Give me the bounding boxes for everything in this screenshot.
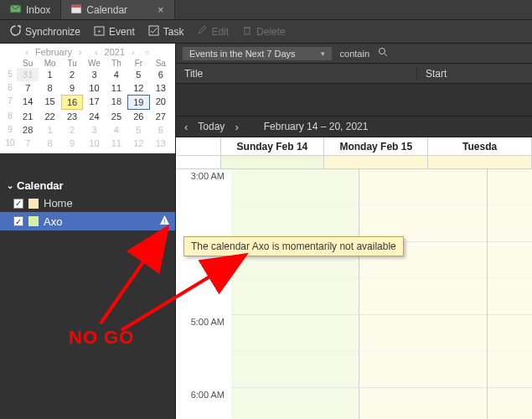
new-event-button[interactable]: + Event [89,23,140,41]
hour-cell[interactable] [231,388,359,419]
mini-cal-day[interactable]: 2 [61,123,83,137]
mini-cal-day[interactable]: 1 [39,68,60,81]
mini-cal-day[interactable]: 15 [39,95,60,110]
mini-cal-day[interactable]: 6 [150,68,172,81]
mini-cal-day[interactable]: 8 [39,137,60,150]
allday-cell[interactable] [221,156,325,168]
mini-cal-day[interactable]: 22 [39,110,60,123]
range-combo[interactable]: Events in the Next 7 Days ▾ [183,47,332,60]
mini-cal-day[interactable]: 16 [61,95,83,110]
mini-cal-day[interactable]: 28 [17,123,39,137]
hour-cell[interactable] [488,315,532,388]
hour-cell[interactable] [231,315,359,388]
calendar-item-axo[interactable]: ✓ Axo ! [0,212,175,230]
mini-cal-day[interactable]: 13 [150,137,172,150]
mini-cal-day[interactable]: 31 [17,68,39,81]
mini-cal-day[interactable]: 9 [61,137,83,150]
mini-cal-day[interactable]: 14 [17,95,39,110]
toolbar: Synchronize + Event Task Edit Delete [0,20,532,44]
hour-label: 3:00 AM [176,169,231,242]
mini-calendar[interactable]: ‹ February › ‹ 2021 › ○ SuMoTuWeThFrSa 5… [0,44,175,153]
column-start[interactable]: Start [417,68,532,80]
close-icon[interactable]: × [158,3,164,16]
prev-month-icon[interactable]: ‹ [23,48,31,57]
mini-cal-day[interactable]: 11 [106,137,127,150]
calendar-item-home[interactable]: ✓ Home [0,194,175,212]
hour-cell[interactable] [359,169,488,242]
mini-cal-day[interactable]: 4 [106,68,127,81]
mini-cal-day[interactable]: 4 [106,123,127,137]
next-month-icon[interactable]: › [76,48,84,57]
new-task-button[interactable]: Task [143,23,189,41]
prev-week-icon[interactable]: ‹ [184,121,188,133]
mini-cal-today-icon[interactable]: ○ [142,48,152,57]
week-grid: Sunday Feb 14 Monday Feb 15 Tuesda 3:00 … [176,137,532,419]
allday-cell[interactable] [428,156,532,168]
hour-cell[interactable] [359,388,488,419]
mini-cal-day[interactable]: 19 [127,95,149,110]
mini-cal-day[interactable]: 24 [83,110,105,123]
day-column-sun[interactable] [231,169,359,419]
mini-cal-day[interactable]: 1 [39,123,60,137]
tab-calendar[interactable]: Calendar × [61,0,174,19]
mini-cal-day[interactable]: 3 [83,123,105,137]
next-week-icon[interactable]: › [235,121,238,133]
mini-cal-day[interactable]: 27 [150,110,172,123]
mini-cal-day[interactable]: 10 [83,137,105,150]
mini-cal-day[interactable]: 23 [61,110,83,123]
mini-cal-day[interactable]: 5 [127,123,149,137]
calendar-item-label: Home [44,197,73,210]
mini-cal-day[interactable]: 7 [17,137,39,150]
hour-cell[interactable] [488,242,532,315]
calendar-tree-heading[interactable]: ⌄ Calendar [0,177,175,194]
hour-cell[interactable] [231,169,359,242]
synchronize-button[interactable]: Synchronize [5,23,85,41]
mini-cal-year[interactable]: 2021 [102,47,127,57]
event-list-empty [176,84,532,116]
checkbox-icon[interactable]: ✓ [13,199,23,209]
mini-cal-day[interactable]: 18 [106,95,127,110]
mini-cal-month[interactable]: February [33,47,75,57]
mini-cal-day[interactable]: 12 [127,137,149,150]
mini-cal-day[interactable]: 8 [39,81,60,95]
hour-cell[interactable] [488,169,532,242]
day-column-tue[interactable] [488,169,532,419]
mini-cal-day[interactable]: 10 [83,81,105,95]
mini-cal-day[interactable]: 3 [83,68,105,81]
week-nav: ‹ Today › February 14 – 20, 2021 [176,116,532,137]
tab-label: Calendar [86,4,127,16]
mini-cal-day[interactable]: 5 [127,68,149,81]
prev-year-icon[interactable]: ‹ [92,48,100,57]
mini-cal-day[interactable]: 11 [106,81,127,95]
filter-contain-label: contain [340,49,369,59]
allday-cell[interactable] [324,156,428,168]
today-button[interactable]: Today [198,121,225,132]
mini-cal-day[interactable]: 26 [127,110,149,123]
edit-button[interactable]: Edit [192,23,234,40]
next-year-icon[interactable]: › [129,48,137,57]
mini-cal-day[interactable]: 20 [150,95,172,110]
svg-line-11 [385,54,387,56]
delete-button[interactable]: Delete [237,23,291,40]
hour-cell[interactable] [359,315,488,388]
tab-inbox[interactable]: Inbox [0,0,61,19]
warning-icon[interactable]: ! [159,215,170,228]
mini-cal-day[interactable]: 17 [83,95,105,110]
mini-cal-day[interactable]: 2 [61,68,83,81]
mini-cal-day[interactable]: 9 [61,81,83,95]
day-header-sun[interactable]: Sunday Feb 14 [221,137,325,155]
day-header-tue[interactable]: Tuesda [428,137,532,155]
calendar-color-swatch [28,199,39,209]
column-title[interactable]: Title [176,68,417,80]
day-column-mon[interactable] [359,169,488,419]
hour-cell[interactable] [488,388,532,419]
search-icon[interactable] [378,47,388,59]
mini-cal-day[interactable]: 13 [150,81,172,95]
mini-cal-day[interactable]: 6 [150,123,172,137]
mini-cal-day[interactable]: 25 [106,110,127,123]
day-header-mon[interactable]: Monday Feb 15 [324,137,428,155]
mini-cal-day[interactable]: 7 [17,81,39,95]
mini-cal-day[interactable]: 21 [17,110,39,123]
mini-cal-day[interactable]: 12 [127,81,149,95]
checkbox-icon[interactable]: ✓ [13,216,23,226]
